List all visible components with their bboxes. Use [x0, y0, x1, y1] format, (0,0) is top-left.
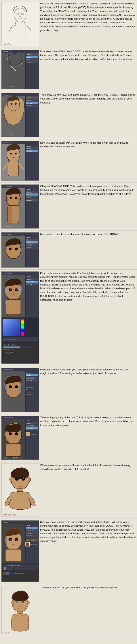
svg-text:COLOR: COLOR: [27, 380, 32, 381]
svg-text:Lock Transparent Pixels: Lock Transparent Pixels: [4, 565, 20, 567]
svg-rect-10: [26, 53, 39, 89]
image-highlighting: Open Canvas: [1, 416, 39, 460]
svg-text:Set to MULTIPLY: Set to MULTIPLY: [3, 226, 14, 228]
section-shading-intro: Open Canvas Layers Lineart: [0, 183, 137, 230]
svg-text:COLOR ✓: COLOR ✓: [27, 428, 34, 429]
svg-text:COLOR: COLOR: [27, 284, 32, 285]
text-shadows-layer: Now create a new layer under you color l…: [40, 232, 136, 236]
shadows-layer-text: Now create a new layer under you color l…: [40, 233, 120, 236]
deselect-text: Now you can deselect with CTRL+D. When y…: [40, 142, 128, 148]
final-text: Zoom out and tah-dah you're done! :) I h…: [40, 586, 117, 589]
svg-rect-206: [7, 572, 10, 575]
svg-text:Layers: Layers: [26, 525, 31, 526]
svg-point-128: [15, 385, 18, 388]
svg-rect-158: [26, 432, 30, 436]
section-intro: sketch layer Hello all and welcome to my…: [0, 0, 137, 48]
svg-point-147: [9, 432, 12, 435]
page-wrapper: sketch layer Hello all and welcome to my…: [0, 0, 137, 636]
svg-point-165: [17, 478, 18, 478]
image-shading-details: Open Canvas: [1, 271, 39, 364]
svg-point-217: [17, 601, 18, 602]
highlighting-text: Time for highlighting of the hair ^^ Pic…: [40, 416, 135, 426]
section-shading-details: Open Canvas: [0, 270, 137, 366]
svg-text:Sketch: Sketch: [27, 196, 31, 198]
svg-text:Brush size: 45: Brush size: 45: [4, 348, 14, 350]
svg-text:Done! ✓: Done! ✓: [3, 632, 9, 634]
svg-text:SHADOWS: SHADOWS: [27, 242, 35, 243]
image-lineart-select: Open Canvas Layers Lineart ✓ SHA: [1, 368, 39, 412]
svg-text:Open Canvas: Open Canvas: [3, 142, 13, 144]
section-magic-wand: Photoshop Layers Lineart Color Sketch: [0, 48, 137, 91]
svg-text:COLOR: COLOR: [27, 532, 32, 534]
svg-point-148: [15, 432, 18, 435]
svg-text:LOCK TRANSP.: LOCK TRANSP.: [26, 540, 36, 541]
text-shading-intro: Okay it's SHADING TIME! This is where th…: [40, 184, 136, 196]
svg-text:Select > Inverse: Select > Inverse: [3, 86, 14, 87]
section-lineart-select: Open Canvas Layers Lineart ✓ SHA: [0, 366, 137, 414]
svg-point-38: [15, 103, 17, 105]
svg-point-98: [9, 288, 12, 292]
svg-rect-64: [8, 206, 12, 223]
svg-point-62: [15, 197, 17, 199]
magic-wand-text: Now select the MAGIC WAND TOOL and clik …: [40, 50, 134, 60]
svg-text:Open Canvas: Open Canvas: [3, 416, 13, 418]
svg-point-166: [23, 478, 24, 478]
svg-rect-50: [26, 144, 39, 180]
svg-text:SHADOWS: SHADOWS: [27, 377, 35, 379]
svg-text:Contiguous: ✓: Contiguous: ✓: [26, 394, 35, 395]
svg-rect-203: [4, 567, 7, 570]
svg-text:Sketch: Sketch: [27, 247, 31, 248]
svg-point-182: [10, 539, 11, 539]
svg-point-45: [10, 153, 12, 154]
svg-rect-184: [6, 549, 21, 561]
svg-point-127: [9, 385, 12, 388]
svg-text:COLOR: COLOR: [27, 194, 32, 196]
svg-text:Lineart: Lineart: [27, 100, 31, 102]
svg-point-5: [22, 14, 23, 14]
text-lineart-colour: Now you have noticed that my lineart is …: [40, 520, 136, 543]
svg-rect-0: [2, 2, 39, 46]
svg-text:Layers: Layers: [26, 237, 31, 238]
svg-rect-198: [26, 542, 30, 546]
section-final: Done! ✓ Zoom out and tah-dah you're done…: [0, 584, 137, 636]
svg-text:Sketch: Sketch: [27, 62, 31, 63]
text-color-fill: Then create a new layer and name it COLO…: [40, 93, 136, 104]
svg-text:Sketch: Sketch: [27, 105, 31, 106]
svg-text:SHADOWS: SHADOWS: [27, 530, 35, 531]
text-magic-wand: Now select the MAGIC WAND TOOL and clik …: [40, 50, 136, 61]
svg-rect-102: [6, 300, 21, 314]
color-fill-text: Then create a new layer and name it COLO…: [40, 94, 135, 104]
svg-rect-119: [3, 346, 20, 348]
svg-rect-205: [3, 572, 6, 575]
svg-rect-47: [8, 161, 19, 176]
section-shadows-layer: Open Canvas Layers Lineart SHADOWS COLOR…: [0, 230, 137, 270]
section-lineart-colour: Photoshop: [0, 518, 137, 584]
svg-text:sketch layer: sketch layer: [3, 43, 12, 45]
svg-text:Open Canvas: Open Canvas: [3, 369, 13, 371]
svg-text:Layers: Layers: [26, 189, 31, 190]
shading-details-text: Pick a light colour to shade with. For J…: [40, 272, 135, 301]
text-lineart-select: Make sure when you shade you have your l…: [40, 368, 136, 376]
svg-point-61: [10, 197, 12, 199]
svg-rect-113: [21, 319, 24, 336]
svg-point-163: [15, 477, 19, 481]
image-color-fill: Photoshop Layers Lineart COLOR Sketch: [1, 93, 39, 137]
svg-rect-112: [3, 319, 20, 336]
svg-point-168: [28, 478, 31, 482]
shading-intro-text: Okay it's SHADING TIME! This is where th…: [40, 185, 133, 195]
svg-text:Lineart: Lineart: [27, 56, 31, 58]
svg-text:Lineart: Lineart: [27, 191, 31, 193]
section-deselect: Open Canvas Layers Lineart COLOR: [0, 139, 137, 183]
svg-text:Magic Wand: Magic Wand: [26, 387, 33, 388]
svg-text:Tolerance: 15: Tolerance: 15: [26, 389, 34, 390]
svg-point-37: [11, 103, 12, 105]
svg-text:Checked = locked: Checked = locked: [7, 568, 18, 570]
section-color-fill: Photoshop Layers Lineart COLOR Sketch: [0, 91, 137, 139]
text-final: Zoom out and tah-dah you're done! :) I h…: [40, 586, 136, 590]
svg-text:Lineart: Lineart: [27, 278, 31, 280]
svg-text:iris / pupil colours: iris / pupil colours: [14, 573, 24, 574]
text-shading-details: Pick a light colour to shade with. For J…: [40, 271, 136, 302]
svg-point-164: [22, 477, 25, 481]
svg-rect-207: [10, 572, 13, 575]
svg-text:COLOR layer filled: COLOR layer filled: [3, 134, 16, 135]
